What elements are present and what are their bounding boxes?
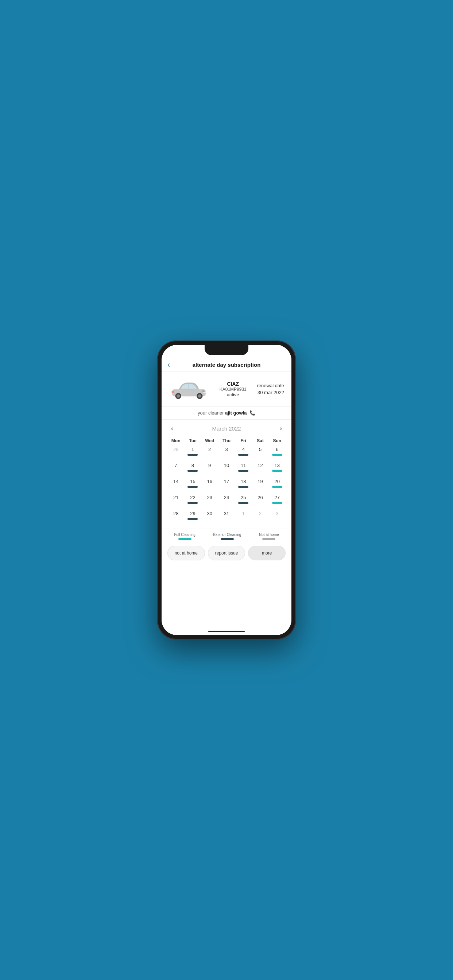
- day-number: 11: [241, 462, 246, 469]
- calendar-day-cell[interactable]: 14: [167, 477, 184, 493]
- calendar-day-cell[interactable]: 21: [167, 493, 184, 509]
- calendar-day-cell[interactable]: 15: [184, 477, 201, 493]
- more-button[interactable]: more: [248, 546, 286, 560]
- calendar-month-label: March 2022: [212, 425, 241, 432]
- calendar-day-cell[interactable]: 23: [201, 493, 218, 509]
- day-indicator: [238, 470, 248, 472]
- day-indicator: [272, 470, 282, 472]
- day-number: 23: [207, 495, 212, 501]
- day-number: 25: [241, 495, 246, 501]
- calendar-day-cell[interactable]: 30: [201, 509, 218, 525]
- day-number: 3: [225, 446, 228, 453]
- renewal-date: 30 mar 2022: [257, 389, 284, 396]
- calendar-day-header: Wed: [201, 437, 218, 445]
- next-month-button[interactable]: ›: [276, 423, 286, 434]
- report-issue-button[interactable]: report issue: [208, 546, 246, 560]
- calendar-day-cell[interactable]: 31: [218, 509, 235, 525]
- phone-screen: ‹ alternate day subscription: [161, 345, 292, 635]
- day-indicator: [238, 486, 248, 488]
- calendar-day-cell[interactable]: 19: [252, 477, 268, 493]
- day-number: 19: [257, 478, 263, 485]
- legend-bar: [179, 538, 191, 540]
- calendar-day-cell[interactable]: 1: [235, 509, 252, 525]
- calendar-day-cell[interactable]: 1: [184, 445, 201, 461]
- calendar-day-cell[interactable]: 26: [252, 493, 268, 509]
- calendar-day-cell[interactable]: 12: [252, 461, 268, 477]
- calendar-day-cell[interactable]: 18: [235, 477, 252, 493]
- car-status: active: [213, 392, 254, 398]
- calendar-day-cell[interactable]: 29: [184, 509, 201, 525]
- day-number: 20: [274, 478, 280, 485]
- calendar-day-cell[interactable]: 6: [269, 445, 286, 461]
- car-name: CIAZ: [213, 381, 254, 387]
- prev-month-button[interactable]: ‹: [167, 423, 177, 434]
- day-number: 1: [242, 511, 245, 517]
- back-button[interactable]: ‹: [167, 360, 170, 370]
- day-indicator: [238, 502, 248, 504]
- calendar-day-cell[interactable]: 28: [167, 509, 184, 525]
- calendar-day-cell[interactable]: 10: [218, 461, 235, 477]
- calendar-day-cell[interactable]: 8: [184, 461, 201, 477]
- calendar-nav: ‹ March 2022 ›: [167, 423, 286, 434]
- calendar-day-cell[interactable]: 13: [269, 461, 286, 477]
- calendar-day-cell[interactable]: 5: [252, 445, 268, 461]
- day-number: 6: [276, 446, 278, 453]
- calendar-day-cell[interactable]: 20: [269, 477, 286, 493]
- calendar-day-cell[interactable]: 16: [201, 477, 218, 493]
- day-number: 21: [173, 495, 179, 501]
- day-number: 29: [190, 511, 195, 517]
- day-number: 22: [190, 495, 195, 501]
- legend-label: Full Cleaning: [174, 533, 195, 537]
- calendar-section: ‹ March 2022 › MonTueWedThuFriSatSun2812…: [161, 420, 292, 529]
- day-number: 4: [242, 446, 245, 453]
- day-indicator: [187, 518, 198, 520]
- calendar-day-cell[interactable]: 28: [167, 445, 184, 461]
- car-details: CIAZ KA01MP9931 active: [213, 381, 254, 398]
- calendar-day-cell[interactable]: 4: [235, 445, 252, 461]
- calendar-day-header: Sun: [269, 437, 286, 445]
- day-number: 31: [224, 511, 229, 517]
- calendar-day-header: Fri: [235, 437, 252, 445]
- calendar-day-cell[interactable]: 25: [235, 493, 252, 509]
- calendar-day-header: Thu: [218, 437, 235, 445]
- calendar-day-cell[interactable]: 27: [269, 493, 286, 509]
- svg-point-4: [177, 395, 180, 398]
- cleaner-section: your cleaner ajit gowla 📞: [161, 407, 292, 420]
- day-indicator: [187, 454, 198, 456]
- day-indicator: [238, 454, 248, 456]
- calendar-day-cell[interactable]: 7: [167, 461, 184, 477]
- calendar-day-cell[interactable]: 3: [218, 445, 235, 461]
- svg-point-8: [171, 391, 174, 393]
- calendar-day-cell[interactable]: 11: [235, 461, 252, 477]
- day-number: 1: [191, 446, 194, 453]
- day-number: 16: [207, 478, 212, 485]
- renewal-label: renewal date: [257, 382, 284, 390]
- day-number: 30: [207, 511, 212, 517]
- action-buttons: not at home report issue more: [161, 542, 292, 566]
- not-at-home-button[interactable]: not at home: [167, 546, 205, 560]
- calendar-day-cell[interactable]: 24: [218, 493, 235, 509]
- renewal-info: renewal date 30 mar 2022: [257, 382, 284, 396]
- phone-icon[interactable]: 📞: [249, 410, 255, 415]
- legend-item: Exterior Cleaning: [214, 533, 241, 540]
- day-number: 14: [173, 478, 179, 485]
- legend-bar: [221, 538, 234, 540]
- calendar-day-cell[interactable]: 9: [201, 461, 218, 477]
- day-indicator: [187, 486, 198, 488]
- calendar-day-cell[interactable]: 17: [218, 477, 235, 493]
- legend: Full CleaningExterior CleaningNot at hom…: [161, 529, 292, 542]
- calendar-day-header: Sat: [252, 437, 268, 445]
- day-number: 17: [224, 478, 229, 485]
- day-number: 8: [191, 462, 194, 469]
- day-number: 27: [274, 495, 280, 501]
- car-section: CIAZ KA01MP9931 active renewal date 30 m…: [161, 372, 292, 407]
- day-number: 9: [208, 462, 211, 469]
- calendar-day-cell[interactable]: 2: [201, 445, 218, 461]
- day-number: 18: [241, 478, 246, 485]
- legend-item: Not at home: [259, 533, 279, 540]
- calendar-day-cell[interactable]: 2: [252, 509, 268, 525]
- calendar-day-cell[interactable]: 22: [184, 493, 201, 509]
- day-number: 28: [173, 446, 179, 453]
- calendar-grid: MonTueWedThuFriSatSun2812345678910111213…: [167, 437, 286, 525]
- calendar-day-cell[interactable]: 3: [269, 509, 286, 525]
